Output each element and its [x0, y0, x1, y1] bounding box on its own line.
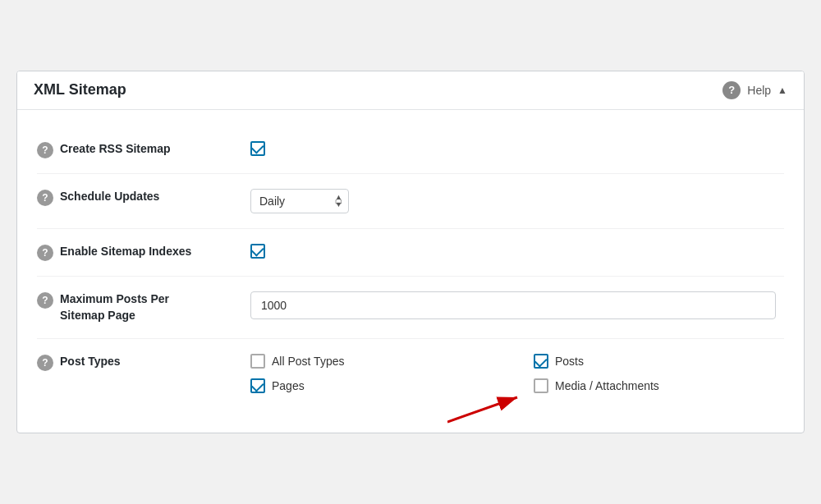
- create-rss-checkbox-wrapper[interactable]: [250, 141, 265, 156]
- help-label: Help: [747, 84, 771, 97]
- collapse-arrow[interactable]: ▲: [777, 85, 787, 96]
- enable-sitemap-checkbox-wrapper[interactable]: [250, 244, 265, 259]
- create-rss-label-col: ? Create RSS Sitemap: [37, 141, 250, 158]
- xml-sitemap-panel: XML Sitemap ? Help ▲ ? Create RSS Sitema…: [16, 71, 805, 433]
- pages-checkbox[interactable]: [250, 378, 265, 393]
- max-posts-help-icon[interactable]: ?: [37, 292, 53, 309]
- max-posts-label: Maximum Posts Per Sitemap Page: [60, 291, 169, 323]
- enable-sitemap-label-col: ? Enable Sitemap Indexes: [37, 244, 250, 261]
- red-arrow-svg: [447, 389, 530, 430]
- red-arrow-indicator: [447, 389, 530, 433]
- post-types-row: ? Post Types All Post Types Posts: [37, 339, 784, 408]
- post-types-help-icon[interactable]: ?: [37, 355, 53, 371]
- schedule-updates-label: Schedule Updates: [60, 189, 159, 205]
- panel-title: XML Sitemap: [34, 81, 126, 99]
- svg-line-1: [447, 397, 517, 422]
- posts-checkbox[interactable]: [534, 354, 548, 369]
- post-types-label: Post Types: [60, 354, 121, 370]
- schedule-updates-row: ? Schedule Updates Daily Weekly Monthly …: [37, 174, 784, 229]
- media-attachments-checkbox[interactable]: [534, 378, 548, 393]
- enable-sitemap-help-icon[interactable]: ?: [37, 245, 53, 261]
- media-attachments-label: Media / Attachments: [555, 379, 659, 392]
- schedule-updates-help-icon[interactable]: ?: [37, 190, 53, 206]
- create-rss-control: [250, 141, 784, 156]
- help-icon[interactable]: ?: [722, 81, 741, 99]
- max-posts-control: [250, 291, 784, 319]
- schedule-updates-label-col: ? Schedule Updates: [37, 189, 250, 206]
- enable-sitemap-row: ? Enable Sitemap Indexes: [37, 229, 784, 277]
- all-post-types-label: All Post Types: [272, 355, 344, 368]
- max-posts-input[interactable]: [250, 291, 776, 319]
- header-right: ? Help ▲: [722, 81, 787, 99]
- post-types-label-col: ? Post Types: [37, 354, 250, 371]
- create-rss-checkbox[interactable]: [250, 141, 265, 156]
- post-types-grid: All Post Types Posts Pages: [250, 354, 784, 393]
- schedule-updates-control: Daily Weekly Monthly ▲ ▼: [250, 189, 784, 213]
- posts-item[interactable]: Posts: [534, 354, 784, 369]
- all-post-types-item[interactable]: All Post Types: [250, 354, 501, 369]
- enable-sitemap-label: Enable Sitemap Indexes: [60, 244, 191, 260]
- create-rss-help-icon[interactable]: ?: [37, 142, 53, 158]
- panel-header: XML Sitemap ? Help ▲: [17, 71, 804, 110]
- enable-sitemap-control: [250, 244, 784, 259]
- all-post-types-checkbox[interactable]: [250, 354, 265, 369]
- schedule-updates-select[interactable]: Daily Weekly Monthly: [250, 189, 349, 213]
- create-rss-label: Create RSS Sitemap: [60, 141, 171, 158]
- max-posts-row: ? Maximum Posts Per Sitemap Page: [37, 277, 784, 339]
- posts-label: Posts: [555, 355, 584, 368]
- post-types-control: All Post Types Posts Pages: [250, 354, 784, 393]
- pages-label: Pages: [272, 379, 305, 392]
- panel-body: ? Create RSS Sitemap ? Schedule Updates …: [17, 110, 804, 433]
- create-rss-row: ? Create RSS Sitemap: [37, 126, 784, 174]
- media-attachments-item[interactable]: Media / Attachments: [534, 378, 784, 393]
- max-posts-label-col: ? Maximum Posts Per Sitemap Page: [37, 291, 250, 323]
- enable-sitemap-checkbox[interactable]: [250, 244, 265, 259]
- schedule-updates-select-wrapper: Daily Weekly Monthly ▲ ▼: [250, 189, 349, 213]
